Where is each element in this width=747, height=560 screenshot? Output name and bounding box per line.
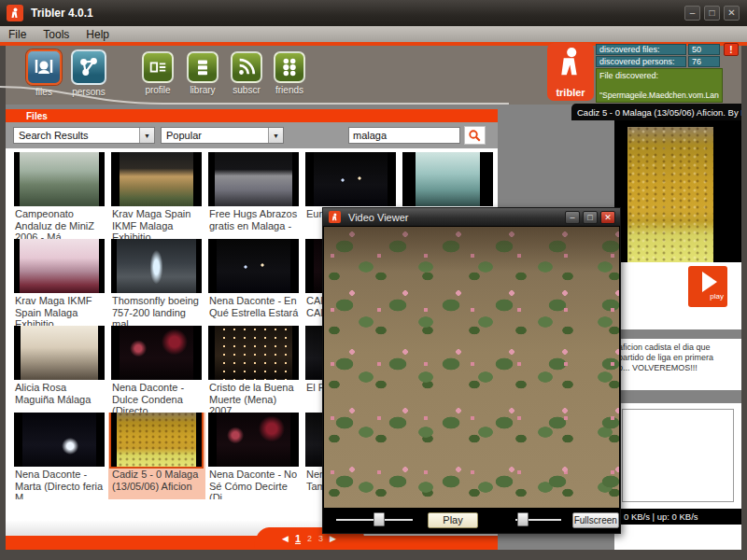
minimize-icon: – (570, 214, 574, 222)
sort-value: Popular (162, 130, 268, 141)
video-caption: Cadiz 5 - 0 Malaga (13/05/06) Aficion (111, 467, 203, 492)
search-scope-dropdown[interactable]: Search Results ▼ (13, 127, 155, 144)
result-cell[interactable]: Krav Maga IKMF Spain Malaga Exhibitio (11, 239, 108, 326)
result-cell[interactable]: Nena Daconte - En Qué Estrella Estará (205, 239, 303, 326)
video-thumbnail[interactable] (14, 413, 105, 467)
menu-help[interactable]: Help (78, 28, 118, 41)
window-frame-bottom (0, 550, 747, 560)
play-button[interactable]: play (688, 266, 727, 307)
alert-button[interactable]: ! (724, 43, 739, 56)
play-button-label: play (710, 292, 724, 301)
result-cell[interactable]: Campeonato Andaluz de MiniZ 2006 - Má (11, 152, 108, 239)
search-button[interactable] (464, 126, 486, 145)
page-number-2[interactable]: 2 (307, 534, 312, 543)
transfer-status-text: 0 KB/s | up: 0 KB/s (624, 511, 698, 522)
video-thumbnail[interactable] (111, 413, 202, 467)
library-icon (193, 57, 212, 77)
files-icon (33, 56, 55, 78)
result-cell[interactable]: Free Hugs Abrazos gratis en Malaga - (205, 152, 303, 239)
result-cell[interactable]: Nena Daconte - No Sé Cómo Decirte (Di (205, 413, 303, 499)
minimize-icon: – (690, 8, 696, 18)
video-thumbnail[interactable] (402, 152, 493, 206)
video-thumbnail[interactable] (111, 239, 202, 293)
discovered-persons-value: 76 (688, 56, 720, 67)
file-discovered-name: "Spermageile.Maedchen.vom.Lande.rar" (599, 91, 719, 100)
video-thumbnail[interactable] (14, 326, 105, 380)
viewer-play-button[interactable]: Play (428, 512, 478, 528)
video-caption: Krav Maga Spain IKMF Malaga Exhibitio (111, 206, 203, 239)
pagination-bar (6, 536, 498, 550)
video-caption: Cristo de la Buena Muerte (Mena) 2007 (208, 380, 300, 413)
video-viewer-window: Video Viewer – □ ✕ Play Fullscreen (322, 207, 621, 534)
video-thumbnail[interactable] (111, 326, 202, 380)
result-cell[interactable]: Alicia Rosa Maguiña Málaga (11, 326, 108, 413)
video-thumbnail[interactable] (305, 152, 396, 206)
video-thumbnail[interactable] (111, 152, 202, 206)
video-thumbnail[interactable] (14, 239, 105, 293)
viewer-maximize-button[interactable]: □ (583, 211, 598, 224)
tribler-logo-text: tribler (556, 87, 585, 98)
seek-slider[interactable] (336, 519, 413, 521)
sort-dropdown[interactable]: Popular ▼ (161, 127, 284, 144)
minimize-button[interactable]: – (684, 6, 700, 21)
page-number-1[interactable]: 1 (295, 533, 301, 544)
video-caption: Campeonato Andaluz de MiniZ 2006 - Má (14, 206, 106, 239)
window-frame-right (741, 46, 747, 560)
description-line: partido de liga en primera (618, 353, 740, 363)
maximize-button[interactable]: □ (704, 6, 720, 21)
video-caption: Nena Daconte - En Qué Estrella Estará (208, 293, 300, 318)
tribler-figure-icon (331, 213, 339, 221)
tribler-app-icon (7, 5, 23, 21)
video-thumbnail[interactable] (208, 239, 299, 293)
video-caption: Thomsonfly boeing 757-200 landing mal (111, 293, 203, 326)
viewer-control-bar: Play Fullscreen (324, 508, 619, 532)
video-thumbnail[interactable] (208, 152, 299, 206)
volume-slider[interactable] (515, 519, 560, 521)
close-button[interactable]: ✕ (724, 6, 740, 21)
viewer-title-bar[interactable]: Video Viewer – □ ✕ (323, 208, 620, 227)
search-input[interactable] (348, 127, 460, 144)
video-thumbnail[interactable] (208, 326, 299, 380)
title-bar[interactable]: Tribler 4.0.1 – □ ✕ (0, 0, 747, 26)
video-playback-area[interactable] (324, 227, 619, 509)
viewer-minimize-button[interactable]: – (565, 211, 580, 224)
fullscreen-button[interactable]: Fullscreen (572, 512, 619, 528)
discovered-files-label: discovered files: (596, 44, 686, 55)
details-video-thumbnail[interactable] (627, 127, 713, 262)
menu-bar: File Tools Help (0, 26, 747, 42)
viewer-app-icon (329, 211, 341, 223)
tribler-figure-icon (9, 7, 21, 19)
discovered-files-value: 50 (688, 44, 720, 55)
details-empty-box (622, 409, 734, 502)
fullscreen-label: Fullscreen (574, 515, 617, 525)
viewer-close-button[interactable]: ✕ (600, 211, 615, 224)
result-cell[interactable]: Nena Daconte - Marta (Directo feria M (11, 413, 108, 499)
page-number-3[interactable]: 3 (318, 534, 323, 543)
video-thumbnail[interactable] (208, 413, 299, 467)
details-footer (614, 525, 741, 550)
result-cell[interactable]: Cristo de la Buena Muerte (Mena) 2007 (205, 326, 303, 413)
menu-tools[interactable]: Tools (35, 28, 78, 41)
tribler-window: Tribler 4.0.1 – □ ✕ File Tools Help file… (0, 0, 747, 560)
viewer-window-title: Video Viewer (348, 212, 408, 223)
volume-slider-thumb[interactable] (517, 512, 529, 526)
seek-slider-thumb[interactable] (374, 512, 385, 526)
file-discovered-label: File discovered: (599, 71, 719, 80)
search-icon (468, 129, 482, 143)
result-cell-selected[interactable]: Cadiz 5 - 0 Malaga (13/05/06) Aficion (108, 413, 205, 499)
filter-bar: Search Results ▼ Popular ▼ (6, 122, 498, 148)
page-prev-icon[interactable]: ◀ (282, 534, 289, 543)
video-caption: Alicia Rosa Maguiña Málaga (14, 380, 106, 405)
video-caption: Nena Daconte - Dulce Condena (Directo (111, 380, 203, 413)
result-cell[interactable]: Krav Maga Spain IKMF Malaga Exhibitio (108, 152, 205, 239)
tribler-logo: tribler (547, 43, 594, 101)
video-thumbnail[interactable] (14, 152, 105, 206)
page-next-icon[interactable]: ▶ (330, 534, 336, 543)
result-cell[interactable]: Thomsonfly boeing 757-200 landing mal (108, 239, 205, 326)
file-discovered-box: File discovered: "Spermageile.Maedchen.v… (596, 68, 723, 103)
video-caption: Nena Daconte - No Sé Cómo Decirte (Di (208, 467, 300, 499)
maximize-icon: □ (709, 8, 714, 18)
result-cell[interactable]: Nena Daconte - Dulce Condena (Directo (108, 326, 205, 413)
menu-file[interactable]: File (0, 28, 35, 41)
files-panel-header: Files (6, 109, 498, 122)
